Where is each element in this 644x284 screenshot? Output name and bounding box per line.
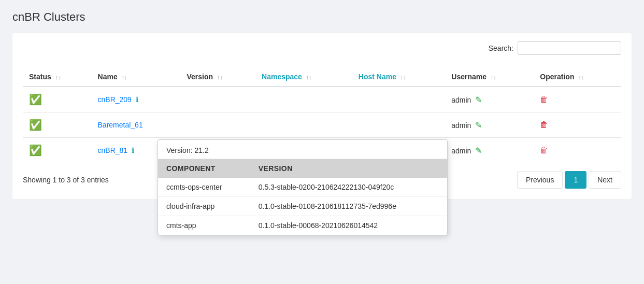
cell-name-1: cnBR_209 ℹ [92, 87, 181, 112]
cell-name-2: Baremetal_61 [92, 112, 181, 138]
sort-icon-operation[interactable]: ↑↓ [578, 74, 584, 80]
sort-icon-namespace[interactable]: ↑↓ [306, 74, 312, 80]
status-active-icon-3: ✅ [29, 145, 42, 156]
col-header-username: Username ↑↓ [445, 67, 534, 87]
cell-namespace-1 [255, 87, 352, 112]
page-container: cnBR Clusters Search: Status ↑↓ Name ↑↓ [0, 0, 644, 284]
next-button[interactable]: Next [589, 171, 621, 189]
previous-button[interactable]: Previous [517, 171, 563, 189]
delete-icon-3[interactable]: 🗑 [540, 146, 548, 154]
col-header-hostname: Host Name ↑↓ [352, 67, 445, 87]
delete-icon-1[interactable]: 🗑 [540, 95, 548, 104]
col-header-status: Status ↑↓ [23, 67, 92, 87]
popup-cell-component: cmts-app [158, 216, 250, 235]
popup-version-header: Version: 21.2 [158, 140, 447, 159]
search-label: Search: [489, 44, 513, 52]
cell-version-2 [180, 112, 255, 138]
popup-cell-component: ccmts-ops-center [158, 178, 250, 197]
sort-icon-username[interactable]: ↑↓ [491, 74, 496, 80]
cell-username-3: admin ✎ [445, 138, 534, 163]
cell-username-2: admin ✎ [445, 112, 534, 138]
cell-hostname-2 [352, 112, 445, 138]
version-popup: Version: 21.2 COMPONENT VERSION ccmts-op… [158, 139, 448, 235]
info-icon-3[interactable]: ℹ [132, 146, 134, 154]
cell-version-1 [180, 87, 255, 112]
sort-icon-name[interactable]: ↑↓ [122, 74, 127, 80]
popup-header-row: COMPONENT VERSION [158, 159, 447, 178]
cell-operation-1: 🗑 [534, 87, 621, 112]
info-icon-1[interactable]: ℹ [136, 95, 138, 104]
cell-username-1: admin ✎ [445, 87, 534, 112]
edit-icon-2[interactable]: ✎ [475, 121, 482, 130]
popup-col-version: VERSION [250, 159, 447, 178]
popup-col-component: COMPONENT [158, 159, 250, 178]
cell-status-2: ✅ [23, 112, 92, 138]
status-active-icon-2: ✅ [29, 119, 42, 131]
sort-icon-version[interactable]: ↑↓ [217, 74, 223, 80]
page-title: cnBR Clusters [12, 10, 632, 24]
popup-table-row: ccmts-ops-center 0.5.3-stable-0200-21062… [158, 178, 447, 197]
popup-table: COMPONENT VERSION ccmts-ops-center 0.5.3… [158, 159, 447, 235]
popup-cell-version: 0.1.0-stable-00068-20210626014542 [250, 216, 447, 235]
popup-table-row: cmts-app 0.1.0-stable-00068-202106260145… [158, 216, 447, 235]
cell-operation-3: 🗑 [534, 138, 621, 163]
cluster-name-link-3[interactable]: cnBR_81 [98, 146, 128, 154]
col-header-operation: Operation ↑↓ [534, 67, 621, 87]
main-card: Search: Status ↑↓ Name ↑↓ Version [12, 33, 632, 199]
cell-status-1: ✅ [23, 87, 92, 112]
popup-table-container[interactable]: COMPONENT VERSION ccmts-ops-center 0.5.3… [158, 159, 447, 235]
popup-cell-component: cloud-infra-app [158, 197, 250, 216]
col-header-version: Version ↑↓ [180, 67, 255, 87]
cell-namespace-2 [255, 112, 352, 138]
search-bar: Search: [23, 41, 621, 60]
col-header-namespace: Namespace ↑↓ [255, 67, 352, 87]
cell-operation-2: 🗑 [534, 112, 621, 138]
cell-hostname-1 [352, 87, 445, 112]
popup-cell-version: 0.5.3-stable-0200-210624222130-049f20c [250, 178, 447, 197]
edit-icon-1[interactable]: ✎ [475, 95, 482, 104]
page-1-button[interactable]: 1 [565, 171, 586, 189]
delete-icon-2[interactable]: 🗑 [540, 120, 548, 129]
cluster-name-link-1[interactable]: cnBR_209 [98, 95, 132, 104]
status-active-icon-1: ✅ [29, 94, 42, 105]
pagination: Previous 1 Next [517, 171, 621, 189]
table-row: ✅ cnBR_209 ℹ admin ✎ 🗑 [23, 87, 621, 112]
sort-icon-status[interactable]: ↑↓ [55, 74, 61, 80]
sort-icon-hostname[interactable]: ↑↓ [400, 74, 406, 80]
col-header-name: Name ↑↓ [92, 67, 181, 87]
table-row: ✅ Baremetal_61 admin ✎ 🗑 [23, 112, 621, 138]
edit-icon-3[interactable]: ✎ [475, 146, 482, 155]
cluster-name-link-2[interactable]: Baremetal_61 [98, 121, 143, 129]
cell-status-3: ✅ [23, 138, 92, 163]
popup-table-row: cloud-infra-app 0.1.0-stable-0108-210618… [158, 197, 447, 216]
search-input[interactable] [518, 41, 621, 55]
popup-content: Version: 21.2 COMPONENT VERSION ccmts-op… [158, 140, 447, 235]
showing-entries-text: Showing 1 to 3 of 3 entries [23, 176, 109, 184]
popup-cell-version: 0.1.0-stable-0108-210618112735-7ed996e [250, 197, 447, 216]
table-header-row: Status ↑↓ Name ↑↓ Version ↑↓ Namespace ↑… [23, 67, 621, 87]
